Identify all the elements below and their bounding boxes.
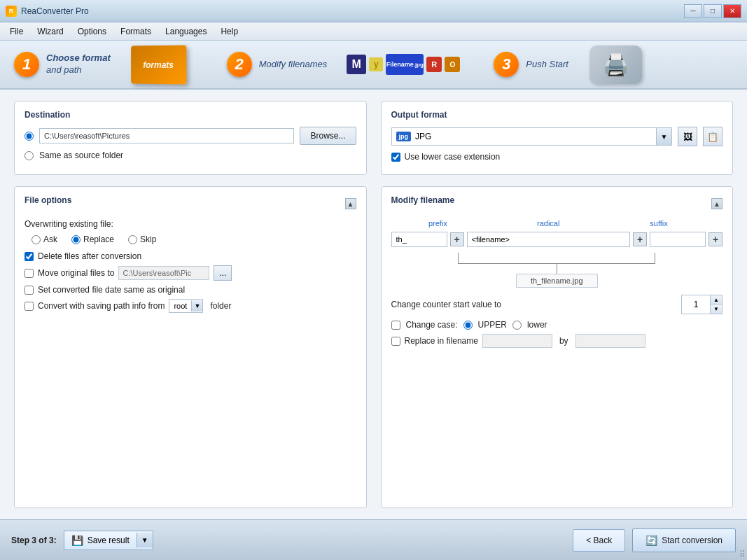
step2-item: 2 Modify filenames	[227, 52, 328, 77]
radical-plus-button[interactable]: +	[633, 232, 647, 246]
step-banner: 1 Choose formatand path formats 2 Modify…	[0, 41, 747, 90]
step2-circle: 2	[227, 52, 252, 77]
format-select-arrow[interactable]: ▼	[656, 128, 671, 145]
saving-path-combo-arrow[interactable]: ▼	[191, 300, 202, 312]
minimize-button[interactable]: ─	[684, 4, 702, 18]
maximize-button[interactable]: □	[704, 4, 722, 18]
set-date-checkbox[interactable]	[25, 286, 34, 295]
upper-case-radio[interactable]	[463, 321, 473, 330]
counter-input[interactable]	[682, 298, 710, 312]
prefix-header: prefix	[391, 219, 485, 227]
overwrite-ask: Ask	[32, 234, 57, 244]
menu-wizard[interactable]: Wizard	[30, 24, 70, 39]
filename-inputs-row: + + +	[391, 232, 723, 247]
format-select-container[interactable]: jpg JPG ▼	[391, 127, 673, 146]
replace-from-input[interactable]	[482, 334, 552, 348]
step3-circle: 3	[494, 52, 519, 77]
modify-filename-collapse[interactable]: ▲	[711, 198, 722, 209]
counter-up-button[interactable]: ▲	[711, 295, 722, 304]
counter-label: Change counter start value to	[391, 300, 676, 309]
change-case-checkbox[interactable]	[391, 321, 400, 330]
destination-path-radio[interactable]	[25, 132, 34, 141]
bottom-bar: Step 3 of 3: 💾 Save result ▼ < Back 🔄 St…	[0, 519, 747, 560]
file-options-title: File options	[25, 195, 71, 205]
move-files-row: Move original files to ...	[25, 265, 356, 281]
save-combo-arrow[interactable]: ▼	[137, 533, 153, 547]
start-conversion-button[interactable]: 🔄 Start conversion	[632, 528, 736, 552]
lower-case-checkbox[interactable]	[391, 153, 400, 162]
prefix-input[interactable]	[391, 232, 447, 247]
format-settings-icon: 🖼	[683, 132, 692, 142]
radical-input[interactable]	[467, 232, 631, 247]
format-name: JPG	[415, 132, 431, 141]
suffix-input[interactable]	[650, 232, 706, 247]
menu-help[interactable]: Help	[214, 24, 245, 39]
move-files-label: Move original files to	[38, 268, 114, 278]
overwrite-replace-label: Replace	[83, 234, 114, 244]
overwrite-skip: Skip	[128, 234, 156, 244]
close-button[interactable]: ✕	[723, 4, 741, 18]
counter-down-button[interactable]: ▼	[711, 304, 722, 314]
format-info-button[interactable]: 📋	[703, 127, 722, 146]
move-files-browse-button[interactable]: ...	[214, 265, 232, 281]
destination-same-row: Same as source folder	[25, 150, 356, 160]
step1-item: 1 Choose formatand path	[14, 52, 111, 77]
step3-text: Push Start	[526, 59, 568, 71]
radical-header: radical	[501, 219, 595, 227]
overwrite-skip-radio[interactable]	[128, 235, 137, 244]
left-panel: Destination Browse... Same as source fol…	[14, 101, 367, 508]
saving-path-combo[interactable]: root ▼	[169, 299, 203, 313]
destination-path-input[interactable]	[39, 128, 294, 144]
right-panel: Output format jpg JPG ▼ 🖼 📋 Us	[381, 101, 734, 508]
file-options-section: File options ▲ Overwriting existing file…	[14, 186, 367, 508]
menu-bar: File Wizard Options Formats Languages He…	[0, 22, 747, 41]
output-format-section: Output format jpg JPG ▼ 🖼 📋 Us	[381, 101, 734, 175]
jpg-badge: jpg	[396, 132, 412, 141]
overwrite-skip-label: Skip	[140, 234, 156, 244]
prefix-plus-button[interactable]: +	[450, 232, 464, 246]
app-icon: R	[6, 6, 17, 17]
set-date-label: Set converted file date same as original	[38, 285, 185, 295]
set-date-row: Set converted file date same as original	[25, 285, 356, 295]
replace-checkbox[interactable]	[391, 337, 400, 346]
overwrite-ask-radio[interactable]	[32, 235, 41, 244]
menu-languages[interactable]: Languages	[158, 24, 214, 39]
move-files-input[interactable]	[118, 266, 209, 280]
menu-file[interactable]: File	[3, 24, 30, 39]
app-title: ReaConverter Pro	[21, 6, 89, 16]
overwrite-replace-radio[interactable]	[71, 235, 81, 244]
title-controls: ─ □ ✕	[684, 4, 741, 18]
step2-text: Modify filenames	[259, 59, 328, 71]
destination-same-radio[interactable]	[25, 151, 34, 160]
replace-row: Replace in filename by	[391, 334, 723, 348]
resize-grip: ⠿	[739, 550, 746, 559]
saving-path-checkbox[interactable]	[25, 302, 34, 311]
replace-to-input[interactable]	[575, 334, 645, 348]
format-settings-button[interactable]: 🖼	[678, 127, 697, 146]
saving-path-label: Convert with saving path info from	[38, 301, 165, 311]
format-select-inner: jpg JPG	[392, 130, 657, 144]
filename-column-headers: prefix radical suffix	[391, 219, 723, 227]
delete-files-label: Delete files after conversion	[38, 251, 141, 261]
back-button[interactable]: < Back	[573, 529, 625, 552]
change-case-row: Change case: UPPER lower	[391, 320, 723, 330]
overwrite-radio-row: Ask Replace Skip	[25, 234, 356, 244]
lower-case-radio[interactable]	[512, 321, 522, 330]
file-options-collapse[interactable]: ▲	[345, 198, 356, 209]
menu-options[interactable]: Options	[71, 24, 113, 39]
browse-button[interactable]: Browse...	[300, 127, 356, 145]
save-result-combo[interactable]: 💾 Save result ▼	[64, 531, 153, 550]
replace-label: Replace in filename	[405, 336, 478, 346]
destination-section: Destination Browse... Same as source fol…	[14, 101, 367, 175]
main-content: Destination Browse... Same as source fol…	[0, 90, 747, 519]
overwrite-replace: Replace	[71, 234, 114, 244]
delete-files-checkbox[interactable]	[25, 252, 34, 261]
move-files-checkbox[interactable]	[25, 269, 34, 278]
suffix-plus-button[interactable]: +	[708, 232, 722, 246]
saving-path-combo-value: root	[169, 300, 191, 312]
save-result-label: Save result	[88, 536, 130, 545]
menu-formats[interactable]: Formats	[113, 24, 158, 39]
overwrite-ask-label: Ask	[43, 234, 57, 244]
lower-case-label: Use lower case extension	[405, 152, 501, 162]
modify-filename-section: Modify filename ▲ prefix radical suffix …	[381, 186, 734, 508]
